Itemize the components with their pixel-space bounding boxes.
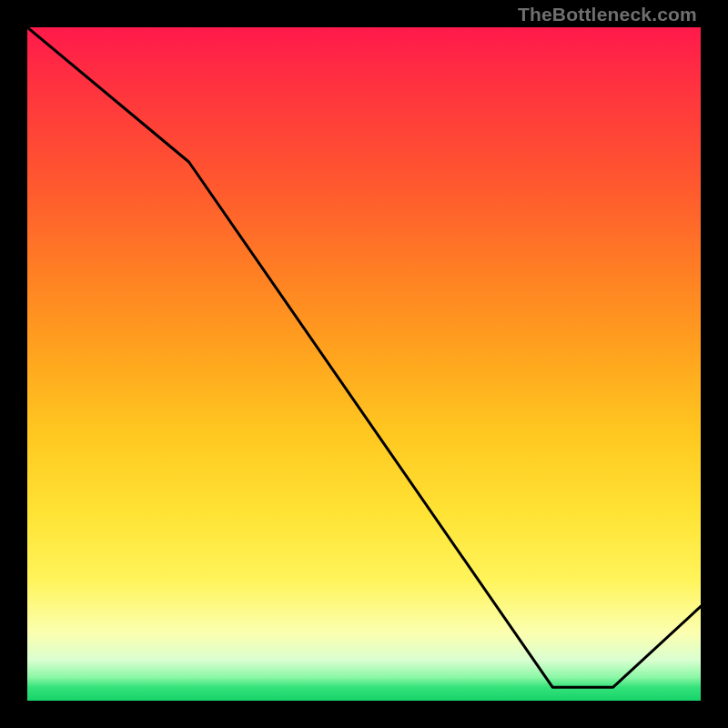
bottleneck-curve-line [27, 27, 701, 687]
line-chart-svg [27, 27, 701, 701]
chart-frame: TheBottleneck.com [0, 0, 728, 728]
watermark-text: TheBottleneck.com [518, 4, 697, 25]
